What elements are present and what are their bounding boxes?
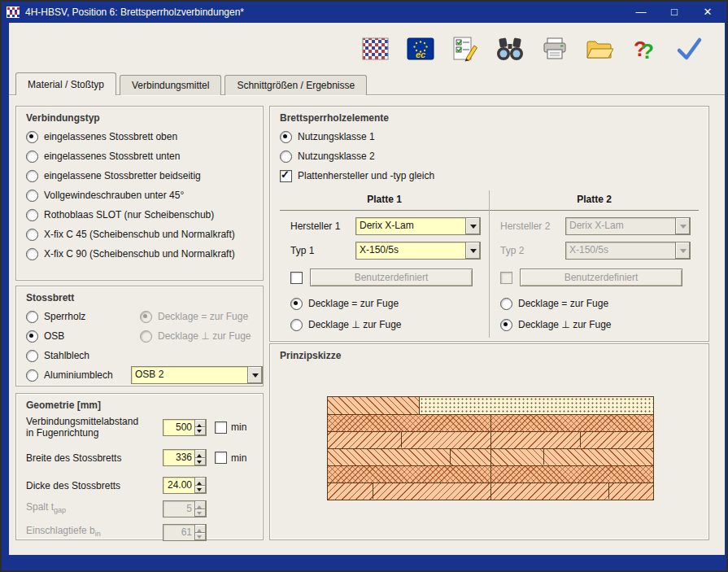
spinner-down-icon[interactable] (195, 458, 206, 466)
field-label: Verbindungsmittelabstand in Fugenrichtun… (26, 416, 163, 439)
radio-stossbretter-beidseitig[interactable] (26, 170, 38, 182)
spinner-value: 5 (163, 501, 194, 517)
group-title: Stossbrett (16, 286, 263, 303)
spinner-up-icon[interactable] (195, 450, 206, 458)
spinner-buttons (194, 420, 206, 435)
radio-label: eingelassene Stossbretter beidseitig (44, 170, 201, 181)
principle-sketch (327, 396, 654, 500)
group-title: Verbindungstyp (16, 107, 263, 124)
radio-row: Nutzungsklasse 2 (280, 146, 708, 166)
radio-rothoblaas-slot[interactable] (26, 209, 38, 221)
group-title: Geometrie [mm] (16, 394, 263, 411)
radio-p1-decklage-senkrecht[interactable] (290, 319, 303, 331)
abstand-min-checkbox[interactable] (215, 421, 227, 434)
osb-type-select[interactable]: OSB 2 (131, 366, 263, 384)
spinner-up-icon[interactable] (195, 420, 206, 428)
hersteller-2-select-disabled: Derix X-Lam (565, 217, 691, 235)
spinner-down-icon[interactable] (195, 427, 206, 435)
dropdown-arrow-icon[interactable] (465, 218, 480, 234)
spinner-up-icon[interactable] (195, 478, 206, 486)
group-title: Brettsperrholzelemente (270, 107, 708, 124)
radio-nutzungsklasse-2[interactable] (280, 151, 292, 163)
radio-p2-decklage-parallel[interactable] (500, 298, 512, 310)
dicke-spinner[interactable]: 24.00 (163, 477, 207, 494)
spinner-buttons (194, 525, 206, 540)
spinner-down-icon (195, 533, 206, 541)
field-label: Hersteller 2 (500, 221, 565, 232)
benutzerdefiniert-1-button: Benutzerdefiniert (310, 269, 473, 286)
spinner-value: 336 (163, 450, 194, 465)
radio-decklage-senkrecht-disabled (140, 330, 152, 343)
lamella-joint-line (580, 431, 581, 448)
radio-row: Sperrholz Decklage = zur Fuge (26, 307, 263, 326)
geometry-row: Spalt tgap 5 (26, 500, 263, 517)
typ-2-select-disabled: X-150/5s (565, 242, 691, 260)
eurocode-icon[interactable]: ec (406, 34, 435, 63)
radio-nutzungsklasse-1[interactable] (280, 131, 292, 143)
spinner-down-icon (195, 509, 206, 517)
radio-xfix-c90[interactable] (26, 248, 38, 260)
radio-row: Stahlblech (26, 346, 263, 365)
tab-material-stosstyp[interactable]: Material / Stoßtyp (15, 72, 116, 95)
tab-verbindungsmittel[interactable]: Verbindungsmittel (120, 75, 221, 95)
dropdown-arrow-icon[interactable] (247, 367, 262, 383)
select-value: X-150/5s (566, 242, 675, 259)
radio-stossbrett-oben[interactable] (26, 131, 38, 143)
minimize-button[interactable]: — (627, 2, 655, 23)
title-bar[interactable]: 4H-HBSV, Position 6: Brettsperrholzverbi… (2, 2, 726, 23)
custom-row: Benutzerdefiniert (500, 269, 699, 286)
abstand-spinner[interactable]: 500 (163, 419, 207, 436)
radio-sperrholz[interactable] (26, 311, 38, 323)
radio-label: Nutzungsklasse 2 (298, 151, 375, 162)
spinner-up-icon (195, 501, 206, 509)
benutzerdefiniert-2-checkbox-disabled (500, 272, 512, 284)
radio-label: eingelassenes Stossbrett oben (44, 131, 177, 142)
material-pattern-icon[interactable] (361, 34, 390, 63)
radio-aluminiumblech[interactable] (26, 369, 38, 382)
radio-row: Aluminiumblech OSB 2 (26, 365, 263, 385)
folder-open-icon[interactable] (585, 34, 614, 63)
binoculars-icon[interactable] (495, 34, 525, 63)
radio-row: eingelassenes Stossbrett unten (26, 146, 263, 166)
radio-row: Rothoblaas SLOT (nur Scheibenschub) (26, 205, 263, 225)
radio-xfix-c45[interactable] (26, 229, 38, 241)
radio-p2-decklage-senkrecht[interactable] (500, 319, 512, 331)
osb-type-value: OSB 2 (132, 367, 247, 383)
spinner-value: 61 (163, 525, 194, 540)
close-button[interactable]: ✕ (694, 2, 721, 23)
radio-vollgewindeschrauben[interactable] (26, 190, 38, 202)
app-icon (7, 7, 20, 18)
hersteller-1-select[interactable]: Derix X-Lam (355, 217, 481, 235)
radio-stossbrett-unten[interactable] (26, 151, 38, 163)
toolbar: ec ?? (9, 28, 725, 70)
typ-1-select[interactable]: X-150/5s (355, 242, 481, 260)
spalt-spinner-disabled: 5 (163, 500, 207, 517)
radio-label: Vollgewindeschrauben unter 45° (44, 190, 184, 201)
checklist-edit-icon[interactable] (451, 34, 480, 63)
radio-stahlblech[interactable] (26, 350, 38, 362)
svg-text:?: ? (641, 39, 654, 61)
spinner-down-icon[interactable] (195, 486, 206, 494)
radio-label: Decklage ⊥ zur Fuge (518, 319, 612, 330)
radio-osb[interactable] (26, 330, 38, 343)
dropdown-arrow-icon[interactable] (465, 242, 480, 259)
benutzerdefiniert-1-checkbox[interactable] (290, 272, 303, 284)
field-label: Dicke des Stossbretts (26, 480, 163, 491)
breite-min-checkbox[interactable] (215, 452, 227, 464)
printer-icon[interactable] (540, 34, 569, 63)
hersteller-row: Hersteller 1 Derix X-Lam (290, 217, 489, 235)
radio-label: Decklage = zur Fuge (308, 298, 399, 309)
maximize-button[interactable]: □ (660, 2, 688, 23)
spinner-buttons (194, 501, 206, 517)
window-title: 4H-HBSV, Position 6: Brettsperrholzverbi… (25, 7, 621, 18)
platte-1-header: Platte 1 (280, 190, 489, 211)
geometry-row: Breite des Stossbretts 336 min (26, 449, 263, 466)
radio-p1-decklage-parallel[interactable] (290, 298, 303, 310)
help-icon[interactable]: ?? (630, 34, 659, 63)
confirm-icon[interactable] (674, 34, 704, 63)
spinner-value: 500 (163, 420, 194, 435)
hersteller-gleich-checkbox[interactable] (280, 170, 292, 182)
tab-schnittgroessen-ergebnisse[interactable]: Schnittgrößen / Ergebnisse (225, 75, 367, 95)
platte-2-column: Platte 2 Hersteller 2 Derix X-Lam Typ 2 … (489, 190, 699, 338)
breite-spinner[interactable]: 336 (163, 449, 207, 466)
